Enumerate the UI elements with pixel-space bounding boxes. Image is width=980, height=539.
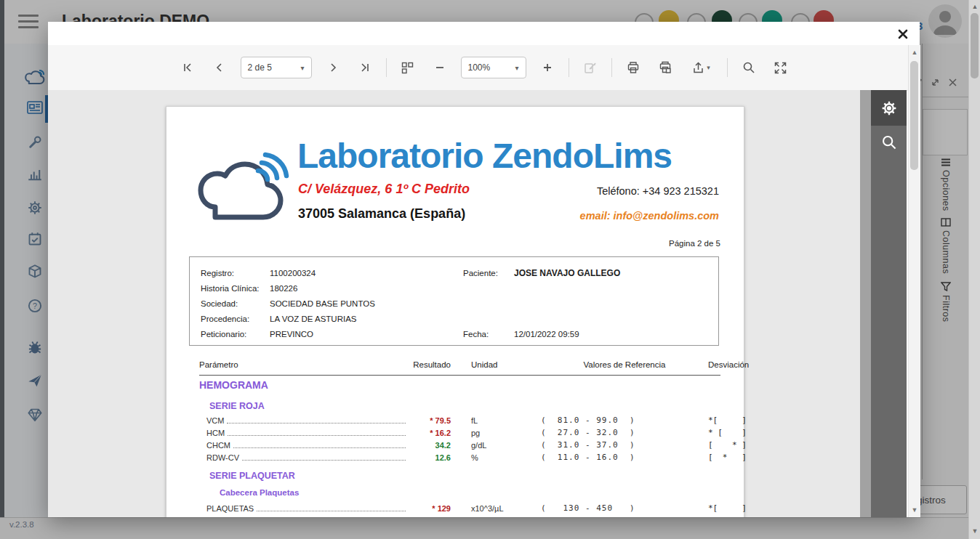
toolbar-separator [611, 58, 612, 77]
report-date: 12/01/2022 09:59 [514, 330, 579, 339]
info-label: Historia Clínica: [201, 284, 270, 293]
table-row: HCM * 16.2 pg ( 27.0 - 32.0 ) * [ ] [199, 426, 720, 439]
fullscreen-button[interactable] [770, 57, 792, 78]
column-header: Desviación [708, 360, 749, 372]
search-button[interactable] [738, 57, 760, 78]
print-button[interactable] [622, 57, 644, 78]
viewer-canvas: Laboratorio ZendoLims C/ Velázquez, 6 1º… [48, 90, 860, 517]
table-row: CHCM 34.2 g/dL ( 31.0 - 37.0 ) [ * ] [199, 439, 720, 451]
dot-leader [242, 453, 406, 461]
result-value: * 16.2 [410, 429, 451, 437]
first-page-button[interactable] [177, 57, 198, 78]
lab-phone: Teléfono: +34 923 215321 [597, 185, 719, 197]
result-value: * 79.5 [410, 416, 451, 425]
table-row: RDW-CV 12.6 % ( 11.0 - 16.0 ) [ * ] [199, 451, 720, 463]
print-page-button[interactable] [654, 57, 676, 78]
close-icon [898, 29, 908, 39]
next-page-button[interactable] [322, 57, 344, 78]
param-name: HCM [206, 429, 225, 437]
viewer-side-panel [871, 90, 907, 517]
info-label: Fecha: [463, 330, 514, 339]
lab-name: Laboratorio ZendoLims [297, 136, 672, 176]
unit: % [471, 453, 541, 462]
deviation: *[ ] [708, 503, 747, 513]
gear-icon [881, 100, 897, 116]
info-label: Registro: [201, 269, 270, 277]
param-name: RDW-CV [206, 453, 239, 462]
close-modal-button[interactable] [895, 26, 911, 42]
export-button[interactable]: ▾ [686, 57, 717, 78]
viewer-settings-button[interactable] [871, 90, 907, 126]
previous-page-button[interactable] [209, 57, 230, 78]
info-value: PREVINCO [270, 330, 451, 339]
result-value: * 129 [410, 504, 451, 513]
scroll-down-arrow[interactable]: ▼ [969, 527, 980, 535]
patient-info-box: Registro: 1100200324 Paciente: JOSE NAVA… [189, 256, 719, 346]
zoom-in-button[interactable] [537, 57, 558, 78]
deviation: *[ ] [708, 416, 747, 425]
scroll-down-arrow[interactable]: ▼ [909, 506, 920, 514]
result-value: 12.6 [410, 453, 451, 462]
scroll-up-arrow[interactable]: ▲ [969, 3, 980, 10]
annotate-button-disabled [579, 57, 601, 78]
lab-logo [190, 140, 293, 224]
zoom-out-button[interactable] [429, 57, 451, 78]
page-layout-button[interactable] [397, 57, 419, 78]
info-label: Sociedad: [201, 299, 270, 308]
column-header: Unidad [471, 360, 541, 372]
viewer-search-button[interactable] [871, 126, 907, 159]
reference-range: ( 11.0 - 16.0 ) [541, 453, 708, 462]
lab-address: C/ Velázquez, 6 1º C Pedrito [298, 182, 470, 197]
param-cell: PLAQUETAS [199, 503, 410, 514]
param-cell: CHCM [199, 440, 410, 450]
info-label: Procedencia: [201, 315, 270, 323]
table-row: PLAQUETAS * 129 x10^3/µL ( 130 - 450 ) *… [199, 502, 720, 514]
page-select[interactable]: 2 de 5 ▾ [241, 57, 312, 78]
viewer-toolbar: 2 de 5 ▾ 100% ▾ [48, 45, 920, 91]
chevron-down-icon: ▾ [293, 64, 304, 72]
section-title: HEMOGRAMA [199, 379, 720, 394]
param-name: PLAQUETAS [206, 504, 254, 513]
info-value: 1100200324 [270, 269, 451, 277]
column-header: Resultado [410, 360, 451, 372]
report-page-number: Página 2 de 5 [669, 239, 720, 248]
chevron-down-icon: ▾ [507, 64, 518, 72]
zoom-select[interactable]: 100% ▾ [461, 57, 526, 78]
info-value: 180226 [270, 284, 451, 293]
table-header: Parámetro Resultado Unidad Valores de Re… [199, 360, 720, 376]
table-row: VCM * 79.5 fL ( 81.0 - 99.0 ) *[ ] [199, 414, 720, 426]
lab-email: email: info@zendolims.com [580, 210, 719, 222]
scroll-up-arrow[interactable]: ▲ [909, 49, 920, 56]
info-label: Paciente: [463, 269, 514, 277]
scrollbar-thumb[interactable] [910, 61, 918, 170]
info-label: Peticionario: [201, 330, 270, 339]
viewer-scrollbar[interactable]: ▲ ▼ [908, 45, 920, 517]
unit: fL [471, 416, 541, 425]
toolbar-separator [386, 58, 387, 77]
last-page-button[interactable] [354, 57, 376, 78]
param-cell: RDW-CV [199, 453, 410, 463]
dot-leader [227, 416, 406, 423]
subsection-title: SERIE ROJA [209, 401, 720, 414]
dot-leader [257, 503, 406, 511]
unit: pg [471, 429, 541, 437]
reference-range: ( 130 - 450 ) [541, 503, 708, 513]
reference-range: ( 27.0 - 32.0 ) [541, 428, 708, 437]
deviation: [ * ] [708, 440, 747, 450]
chevron-down-icon: ▾ [707, 64, 710, 71]
page-scrollbar[interactable]: ▲ ▼ [968, 0, 980, 539]
deviation: [ * ] [708, 453, 747, 462]
unit: x10^3/µL [471, 504, 541, 513]
reference-range: ( 81.0 - 99.0 ) [541, 416, 708, 425]
search-icon [881, 134, 897, 150]
report-page: Laboratorio ZendoLims C/ Velázquez, 6 1º… [166, 106, 744, 517]
scrollbar-thumb[interactable] [971, 13, 979, 78]
info-value: SOCIEDAD BASE PUNTOS [270, 299, 451, 308]
param-name: VCM [206, 416, 224, 425]
column-header: Valores de Referencia [541, 360, 708, 372]
dot-leader [228, 428, 406, 436]
toolbar-separator [727, 58, 728, 77]
lab-city: 37005 Salamanca (España) [298, 206, 465, 222]
param-name: CHCM [206, 441, 230, 450]
param-cell: VCM [199, 416, 410, 426]
